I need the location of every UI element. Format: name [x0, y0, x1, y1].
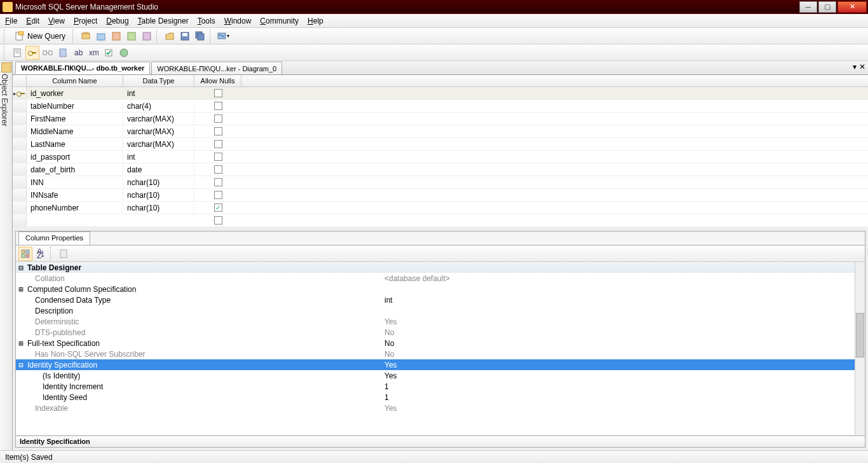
checkbox[interactable] — [214, 140, 222, 148]
object-explorer-panel[interactable]: Object Explorer — [0, 61, 13, 450]
table-column-row[interactable]: INNsafenchar(10) — [13, 189, 868, 202]
data-type-cell[interactable]: nchar(10) — [123, 178, 194, 187]
checkbox[interactable] — [214, 114, 222, 123]
table-column-row[interactable]: INNnchar(10) — [13, 176, 868, 189]
indexes-button[interactable] — [56, 46, 70, 60]
activity-monitor-button[interactable]: ▾ — [216, 29, 230, 43]
table-column-row[interactable]: date_of_birthdate — [13, 163, 868, 176]
property-row[interactable]: ⊟Identity SpecificationYes — [16, 359, 865, 370]
row-selector[interactable] — [13, 125, 27, 137]
table-column-row[interactable]: tableNumberchar(4) — [13, 100, 868, 113]
row-selector[interactable]: ▸ — [13, 87, 27, 99]
checkbox[interactable]: ✓ — [214, 204, 222, 212]
save-button[interactable] — [178, 29, 192, 43]
table-column-row[interactable]: MiddleNamevarchar(MAX) — [13, 125, 868, 138]
data-type-cell[interactable]: char(4) — [123, 102, 194, 111]
property-row[interactable]: ⊞Computed Column Specification — [16, 284, 865, 294]
table-column-row[interactable]: phoneNumbernchar(10)✓ — [13, 202, 868, 214]
row-selector[interactable] — [13, 214, 27, 226]
open-file-button[interactable] — [163, 29, 177, 43]
expand-toggle[interactable]: ⊞ — [16, 339, 26, 348]
xmla-query-button[interactable] — [140, 29, 154, 43]
menu-window[interactable]: Window — [224, 17, 252, 25]
close-button[interactable]: ✕ — [837, 1, 867, 13]
check-constraint-button[interactable] — [102, 46, 116, 60]
property-value[interactable]: 1 — [382, 393, 865, 402]
close-tab-button[interactable]: ✕ — [859, 62, 865, 71]
property-value[interactable]: int — [382, 296, 865, 305]
data-type-cell[interactable]: nchar(10) — [123, 191, 194, 200]
mdx-query-button[interactable] — [109, 29, 123, 43]
minimize-button[interactable]: ─ — [799, 1, 817, 13]
checkbox[interactable] — [214, 89, 222, 97]
table-column-row[interactable]: FirstNamevarchar(MAX) — [13, 113, 868, 125]
analysis-query-button[interactable] — [94, 29, 108, 43]
property-pages-button[interactable] — [57, 247, 71, 261]
data-type-cell[interactable]: varchar(MAX) — [123, 127, 194, 136]
property-row[interactable]: Has Non-SQL Server SubscriberNo — [16, 349, 865, 359]
data-type-cell[interactable]: date — [123, 165, 194, 174]
new-query-button[interactable]: New Query — [10, 29, 70, 43]
fulltext-index-button[interactable]: ab — [71, 46, 85, 60]
property-value[interactable]: 1 — [382, 382, 865, 391]
allow-nulls-cell[interactable] — [194, 191, 241, 199]
allow-nulls-cell[interactable] — [194, 153, 241, 161]
property-value[interactable]: <database default> — [382, 274, 865, 283]
property-value[interactable]: No — [382, 328, 865, 337]
document-tab[interactable]: WORKABLE-ПК\QU...- dbo.tb_worker — [15, 62, 150, 74]
property-row[interactable]: ⊟Table Designer — [16, 262, 865, 273]
column-name-cell[interactable]: date_of_birth — [27, 165, 123, 174]
property-row[interactable]: Description — [16, 305, 865, 316]
relationships-button[interactable] — [41, 46, 55, 60]
data-type-cell[interactable]: int — [123, 89, 194, 98]
row-selector[interactable] — [13, 163, 27, 176]
data-type-cell[interactable]: nchar(10) — [123, 204, 194, 212]
row-selector[interactable] — [13, 176, 27, 188]
property-row[interactable]: DTS-publishedNo — [16, 327, 865, 338]
property-row[interactable]: (Is Identity)Yes — [16, 370, 865, 381]
allow-nulls-cell[interactable] — [194, 102, 241, 110]
row-selector[interactable] — [13, 113, 27, 125]
property-row[interactable]: Identity Seed1 — [16, 392, 865, 403]
menu-project[interactable]: Project — [74, 17, 97, 25]
row-selector[interactable] — [13, 202, 27, 214]
checkbox[interactable] — [214, 102, 222, 110]
table-column-row[interactable]: ▸id_workerint — [13, 87, 868, 100]
expand-toggle[interactable]: ⊟ — [16, 263, 26, 272]
column-name-cell[interactable]: id_worker — [27, 89, 123, 98]
column-name-cell[interactable]: id_passport — [27, 153, 123, 162]
allow-nulls-cell[interactable] — [194, 89, 241, 97]
menu-help[interactable]: Help — [308, 17, 323, 25]
property-value[interactable]: Yes — [382, 361, 865, 370]
expand-toggle[interactable]: ⊟ — [16, 361, 26, 370]
alphabetical-button[interactable]: AZ — [34, 247, 48, 261]
property-row[interactable]: IndexableYes — [16, 403, 865, 413]
properties-scrollbar[interactable] — [855, 262, 865, 435]
allow-nulls-cell[interactable] — [194, 165, 241, 174]
checkbox[interactable] — [214, 127, 222, 135]
allow-nulls-cell[interactable] — [194, 114, 241, 123]
property-row[interactable]: DeterministicYes — [16, 316, 865, 327]
data-type-cell[interactable]: varchar(MAX) — [123, 140, 194, 149]
checkbox[interactable] — [214, 153, 222, 161]
checkbox[interactable] — [214, 178, 222, 186]
property-value[interactable]: No — [382, 339, 865, 348]
allow-nulls-cell[interactable] — [194, 178, 241, 186]
allow-nulls-cell[interactable] — [194, 216, 241, 225]
data-type-cell[interactable]: int — [123, 153, 194, 162]
allow-nulls-cell[interactable] — [194, 140, 241, 148]
property-value[interactable]: No — [382, 350, 865, 359]
checkbox[interactable] — [214, 165, 222, 174]
checkbox[interactable] — [214, 191, 222, 199]
menu-debug[interactable]: Debug — [106, 17, 128, 25]
maximize-button[interactable]: ▢ — [818, 1, 836, 13]
column-name-cell[interactable]: LastName — [27, 140, 123, 149]
active-files-dropdown[interactable]: ▾ — [853, 62, 857, 71]
property-value[interactable]: Yes — [382, 404, 865, 413]
column-name-cell[interactable]: phoneNumber — [27, 204, 123, 212]
table-column-row[interactable]: id_passportint — [13, 151, 868, 163]
save-all-button[interactable] — [193, 29, 207, 43]
row-selector[interactable] — [13, 100, 27, 112]
property-row[interactable]: ⊞Full-text SpecificationNo — [16, 338, 865, 349]
column-properties-tab[interactable]: Column Properties — [18, 232, 90, 245]
